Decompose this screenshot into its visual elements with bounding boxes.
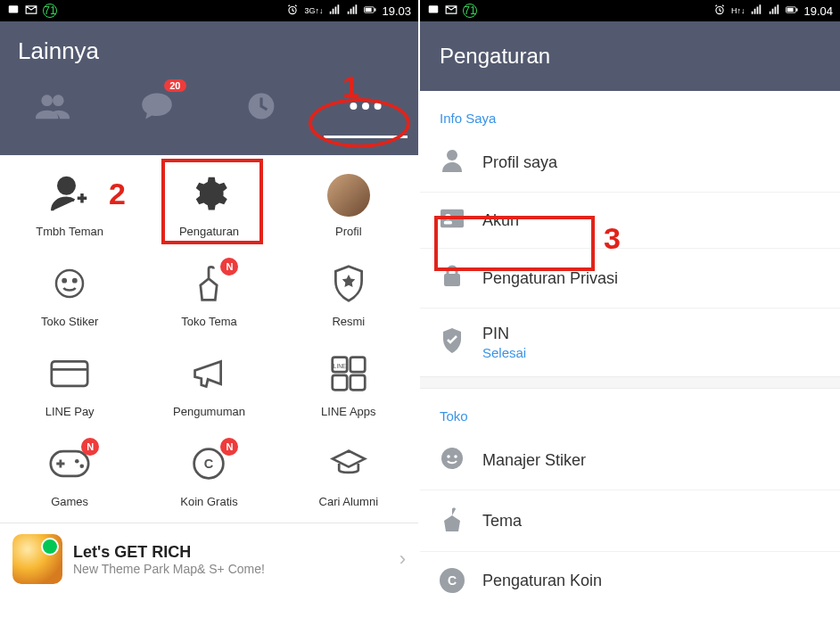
grid-theme-shop[interactable]: N Toko Tema <box>139 263 278 328</box>
grid-label: Koin Gratis <box>180 495 237 508</box>
id-card-icon <box>441 209 464 232</box>
tab-more[interactable] <box>314 74 418 138</box>
grid-announcements[interactable]: Pengumuman <box>139 353 278 418</box>
status-bar: 71 3G↑↓ 19.03 <box>0 0 418 21</box>
battery-circle-icon: 71 <box>43 4 57 18</box>
settings-item-label: Pengaturan Koin <box>482 572 602 590</box>
promo-banner[interactable]: Let's GET RICH New Theme Park Map& S+ Co… <box>0 523 418 595</box>
header: Lainnya 20 <box>0 21 418 155</box>
svg-rect-3 <box>375 8 376 11</box>
tab-chats[interactable]: 20 <box>104 74 209 138</box>
svg-rect-32 <box>444 221 452 225</box>
page-title: Lainnya <box>0 21 418 74</box>
grid-label: LINE Pay <box>45 405 95 418</box>
grid-label: Toko Stiker <box>41 315 98 328</box>
settings-list-info: Profil saya Akun Pengaturan Privasi PIN … <box>420 133 840 376</box>
svg-rect-0 <box>9 5 19 12</box>
grid-line-apps[interactable]: LINE LINE Apps <box>279 353 418 418</box>
tab-bar: 20 <box>0 74 418 138</box>
new-badge: N <box>220 438 238 456</box>
official-icon <box>332 265 366 306</box>
battery-circle-icon: 71 <box>463 4 477 18</box>
svg-point-9 <box>56 270 83 297</box>
settings-item-label: Pengaturan Privasi <box>482 269 618 288</box>
settings-item-theme[interactable]: Tema <box>420 490 840 552</box>
sticker-shop-icon <box>52 266 87 305</box>
svg-rect-19 <box>51 451 88 476</box>
grid-label: Pengaturan <box>179 225 239 238</box>
page-title: Pengaturan <box>440 44 550 69</box>
alarm-icon <box>286 4 299 19</box>
megaphone-icon <box>190 356 227 395</box>
header: Pengaturan <box>420 21 840 91</box>
svg-rect-4 <box>366 7 372 11</box>
svg-point-31 <box>445 214 451 220</box>
grid-sticker-shop[interactable]: Toko Stiker <box>0 263 139 328</box>
avatar-icon <box>327 174 370 217</box>
tab-friends[interactable] <box>0 74 104 138</box>
mail-icon <box>445 4 457 19</box>
new-badge: N <box>220 258 238 276</box>
tab-timeline[interactable] <box>210 74 314 138</box>
grid-label: Pengumuman <box>173 405 245 418</box>
grid-label: LINE Apps <box>321 405 375 418</box>
alumni-icon <box>329 448 368 483</box>
svg-rect-33 <box>444 274 460 286</box>
chat-badge: 20 <box>164 79 185 92</box>
settings-item-label: Profil saya <box>482 153 557 172</box>
settings-item-profile[interactable]: Profil saya <box>420 133 840 193</box>
grid-official[interactable]: Resmi <box>279 263 418 328</box>
grid-alumni[interactable]: Cari Alumni <box>279 443 418 508</box>
status-bar: 71 H↑↓ 19.04 <box>420 0 840 21</box>
mail-icon <box>25 4 37 19</box>
settings-item-sublabel: Selesai <box>482 345 526 360</box>
gamepad-icon <box>49 449 90 482</box>
grid-free-coin[interactable]: CN Koin Gratis <box>139 443 278 508</box>
svg-point-34 <box>441 448 463 469</box>
grid-settings[interactable]: Pengaturan <box>139 173 278 238</box>
add-friend-icon <box>51 175 88 216</box>
svg-rect-16 <box>350 358 365 372</box>
svg-rect-27 <box>796 8 798 11</box>
clock-text: 19.04 <box>803 4 833 18</box>
bbm-icon <box>427 4 440 19</box>
settings-item-coin[interactable]: C Pengaturan Koin <box>420 552 840 609</box>
svg-point-20 <box>75 459 79 464</box>
svg-point-6 <box>350 103 358 110</box>
settings-item-label: Tema <box>482 512 522 531</box>
svg-point-21 <box>80 464 85 468</box>
smiley-icon <box>441 447 464 473</box>
grid-line-pay[interactable]: LINE Pay <box>0 353 139 418</box>
grid-label: Resmi <box>332 315 365 328</box>
settings-item-sticker-manager[interactable]: Manajer Stiker <box>420 431 840 490</box>
settings-item-label: Manajer Stiker <box>482 451 586 470</box>
gear-icon <box>190 175 227 216</box>
grid-profile[interactable]: Profil <box>279 173 418 238</box>
line-pay-icon <box>50 359 89 391</box>
grid-add-friend[interactable]: Tmbh Teman <box>0 173 139 238</box>
alarm-icon <box>713 4 726 19</box>
grid-label: Games <box>51 495 88 508</box>
grid-label: Cari Alumni <box>319 495 378 508</box>
coin-c-icon: C <box>440 568 465 593</box>
more-grid: Tmbh Teman Pengaturan Profil Toko Stiker… <box>0 155 418 523</box>
promo-image <box>12 534 62 584</box>
clock-text: 19.03 <box>382 4 411 18</box>
svg-point-7 <box>362 103 369 110</box>
signal-icon-2 <box>768 4 780 19</box>
chevron-right-icon: › <box>399 547 406 571</box>
settings-item-pin[interactable]: PIN Selesai <box>420 309 840 376</box>
svg-text:C: C <box>204 457 214 471</box>
settings-item-privacy[interactable]: Pengaturan Privasi <box>420 249 840 309</box>
svg-rect-18 <box>350 375 365 390</box>
settings-item-label: Akun <box>482 211 519 230</box>
lock-icon <box>442 265 462 292</box>
settings-item-label: PIN <box>482 325 509 342</box>
battery-icon <box>786 4 798 19</box>
grid-games[interactable]: N Games <box>0 443 139 508</box>
promo-subtitle: New Theme Park Map& S+ Come! <box>73 562 389 576</box>
svg-rect-12 <box>52 361 87 386</box>
bbm-icon <box>7 4 20 19</box>
grid-label: Tmbh Teman <box>36 225 103 238</box>
settings-item-account[interactable]: Akun <box>420 193 840 249</box>
